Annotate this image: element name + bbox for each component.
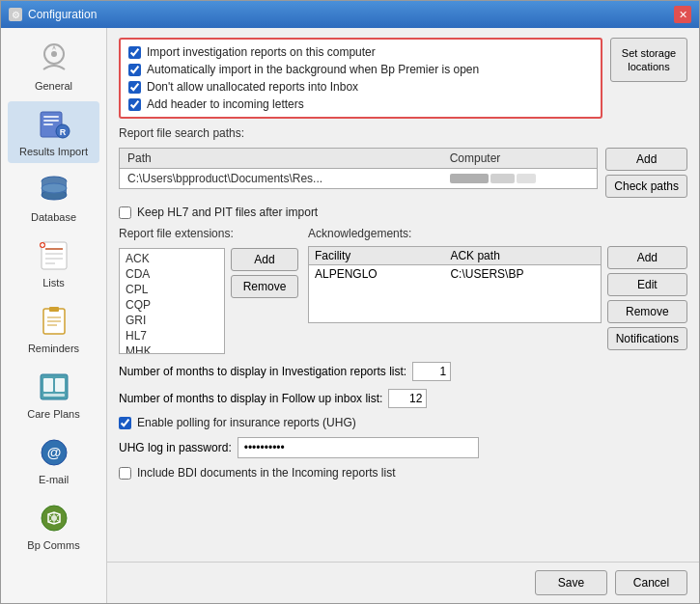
ack-facility-cell: ALPENGLO: [309, 265, 444, 284]
acknowledgements-section: Acknowledgements: Facility ACK path: [308, 227, 687, 350]
computer-cell: [442, 169, 598, 189]
svg-point-10: [42, 183, 67, 193]
ack-table-wrapper: Facility ACK path ALPENGLO C:\USERS\BP: [308, 246, 602, 323]
computer-bars: [450, 174, 590, 183]
add-path-button[interactable]: Add: [605, 148, 687, 171]
paths-section: Path Computer C:\Users\bpproduct\Documen…: [119, 148, 687, 198]
checkboxes-box: Import investigation reports on this com…: [119, 38, 602, 119]
extensions-label: Report file extensions:: [119, 227, 298, 240]
svg-text:R: R: [59, 127, 66, 137]
sidebar-item-care-plans[interactable]: Care Plans: [8, 364, 99, 426]
svg-text:@: @: [46, 444, 61, 460]
sidebar-item-lists[interactable]: Lists: [8, 233, 99, 294]
months-followup-row: Number of months to display in Follow up…: [119, 389, 687, 408]
dont-allow-label[interactable]: Don't allow unallocated reports into Inb…: [147, 80, 358, 94]
months-investigation-row: Number of months to display in Investiga…: [119, 362, 687, 381]
dont-allow-checkbox[interactable]: [128, 81, 141, 94]
svg-point-1: [51, 51, 57, 57]
sidebar-item-general[interactable]: General: [8, 36, 99, 97]
bar-1: [450, 174, 489, 183]
ack-buttons: Add Edit Remove Notifications: [607, 246, 687, 350]
results-import-label: Results Import: [19, 146, 88, 157]
import-reports-label[interactable]: Import investigation reports on this com…: [147, 45, 376, 59]
ext-ack-row: Report file extensions: ACK CDA CPL CQP …: [119, 227, 687, 354]
list-item[interactable]: ACK: [122, 251, 222, 266]
sidebar-item-bp-comms[interactable]: Bp Comms: [8, 495, 99, 557]
import-reports-checkbox[interactable]: [128, 46, 141, 59]
auto-import-label[interactable]: Automatically import in the background w…: [147, 63, 479, 76]
table-row: ALPENGLO C:\USERS\BP: [309, 265, 601, 284]
email-label: E-mail: [39, 474, 69, 485]
sidebar-item-database[interactable]: Database: [8, 167, 99, 229]
lists-icon: [35, 238, 73, 273]
svg-rect-26: [55, 378, 65, 392]
check-paths-button[interactable]: Check paths: [605, 175, 687, 198]
set-storage-button[interactable]: Set storage locations: [610, 38, 687, 82]
ack-add-button[interactable]: Add: [607, 246, 687, 269]
list-item[interactable]: CPL: [122, 282, 222, 297]
svg-rect-5: [43, 124, 53, 125]
ack-remove-button[interactable]: Remove: [607, 300, 687, 323]
cancel-button[interactable]: Cancel: [615, 570, 687, 595]
enable-polling-label[interactable]: Enable polling for insurance reports (UH…: [137, 416, 356, 429]
paths-section-label-row: Report file search paths:: [119, 126, 687, 140]
window-title: Configuration: [28, 8, 97, 21]
bp-comms-icon: [35, 501, 73, 535]
add-header-checkbox[interactable]: [128, 98, 141, 111]
list-item[interactable]: CQP: [122, 297, 222, 313]
list-item[interactable]: HL7: [122, 328, 222, 343]
ext-remove-button[interactable]: Remove: [231, 275, 298, 298]
ack-col-facility: Facility: [309, 247, 444, 265]
svg-rect-11: [42, 242, 67, 269]
sidebar-item-email[interactable]: @ E-mail: [8, 429, 99, 491]
ext-list-wrapper: ACK CDA CPL CQP GRI HL7 MHK Add Remove: [119, 248, 298, 354]
uhg-password-input[interactable]: [238, 437, 479, 458]
ack-path-cell: C:\USERS\BP: [444, 265, 600, 284]
months-followup-label: Number of months to display in Follow up…: [119, 392, 382, 405]
reminders-icon: [35, 304, 73, 339]
add-header-label[interactable]: Add header to incoming letters: [147, 97, 304, 111]
sidebar-item-reminders[interactable]: Reminders: [8, 298, 99, 360]
paths-section-label: Report file search paths:: [119, 126, 244, 140]
months-investigation-label: Number of months to display in Investiga…: [119, 365, 406, 378]
extensions-section: Report file extensions: ACK CDA CPL CQP …: [119, 227, 298, 354]
ack-edit-button[interactable]: Edit: [607, 273, 687, 296]
panel: Import investigation reports on this com…: [107, 28, 699, 562]
sidebar: General R Results Import: [1, 28, 107, 603]
enable-polling-checkbox[interactable]: [119, 417, 131, 429]
checkbox-row-dont-allow: Don't allow unallocated reports into Inb…: [128, 80, 593, 94]
extensions-list[interactable]: ACK CDA CPL CQP GRI HL7 MHK: [119, 248, 225, 354]
paths-buttons: Add Check paths: [605, 148, 687, 198]
include-bdi-checkbox[interactable]: [119, 467, 131, 480]
database-label: Database: [31, 211, 76, 223]
months-followup-input[interactable]: [388, 389, 427, 408]
svg-point-31: [51, 515, 57, 521]
svg-rect-4: [43, 120, 59, 122]
ext-buttons: Add Remove: [231, 248, 298, 298]
close-button[interactable]: ✕: [674, 6, 691, 23]
save-button[interactable]: Save: [535, 570, 607, 595]
notifications-button[interactable]: Notifications: [607, 327, 687, 350]
keep-hl7-row: Keep HL7 and PIT files after import: [119, 206, 687, 219]
general-icon: [35, 41, 73, 76]
include-bdi-label[interactable]: Include BDI documents in the Incoming re…: [137, 466, 395, 480]
enable-polling-row: Enable polling for insurance reports (UH…: [119, 416, 687, 429]
keep-hl7-label[interactable]: Keep HL7 and PIT files after import: [137, 206, 318, 219]
paths-col-path: Path: [120, 149, 442, 169]
ext-add-button[interactable]: Add: [231, 248, 298, 271]
auto-import-checkbox[interactable]: [128, 64, 141, 76]
care-plans-icon: [35, 370, 73, 404]
list-item[interactable]: GRI: [122, 313, 222, 328]
keep-hl7-checkbox[interactable]: [119, 206, 131, 219]
lists-label: Lists: [42, 277, 65, 288]
list-item[interactable]: CDA: [122, 266, 222, 282]
paths-col-computer: Computer: [442, 149, 598, 169]
sidebar-item-results-import[interactable]: R Results Import: [8, 101, 99, 163]
list-item[interactable]: MHK: [122, 343, 222, 354]
months-investigation-input[interactable]: [412, 362, 451, 381]
title-bar: ⚙ Configuration ✕: [1, 1, 699, 28]
top-row: Import investigation reports on this com…: [119, 38, 687, 119]
path-cell: C:\Users\bpproduct\Documents\Res...: [120, 169, 442, 189]
paths-table: Path Computer C:\Users\bpproduct\Documen…: [120, 149, 597, 188]
ack-label: Acknowledgements:: [308, 227, 687, 240]
